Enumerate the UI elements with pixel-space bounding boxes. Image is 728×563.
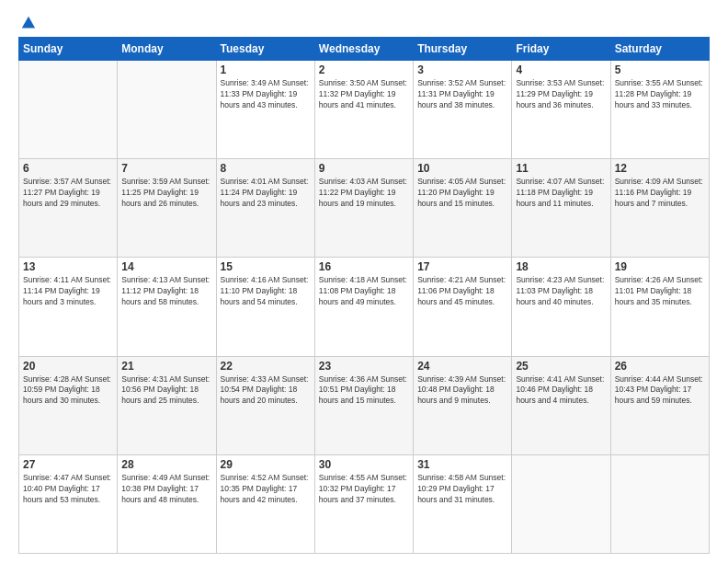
calendar-cell: 31Sunrise: 4:58 AM Sunset: 10:29 PM Dayl… [414, 454, 512, 553]
day-number: 2 [319, 63, 409, 76]
day-info: Sunrise: 4:01 AM Sunset: 11:24 PM Daylig… [221, 177, 311, 210]
day-number: 16 [319, 260, 409, 273]
calendar-cell: 13Sunrise: 4:11 AM Sunset: 11:14 PM Dayl… [19, 258, 118, 356]
day-info: Sunrise: 3:53 AM Sunset: 11:29 PM Daylig… [516, 78, 606, 111]
day-info: Sunrise: 4:33 AM Sunset: 10:54 PM Daylig… [221, 374, 311, 408]
calendar-cell: 23Sunrise: 4:36 AM Sunset: 10:51 PM Dayl… [314, 356, 413, 454]
calendar-cell: 5Sunrise: 3:55 AM Sunset: 11:28 PM Dayli… [610, 61, 709, 159]
calendar-cell: 26Sunrise: 4:44 AM Sunset: 10:43 PM Dayl… [610, 356, 709, 454]
day-number: 30 [319, 458, 409, 471]
svg-marker-0 [22, 17, 35, 29]
day-info: Sunrise: 4:05 AM Sunset: 11:20 PM Daylig… [417, 177, 507, 210]
page: SundayMondayTuesdayWednesdayThursdayFrid… [0, 0, 728, 563]
day-info: Sunrise: 3:50 AM Sunset: 11:32 PM Daylig… [319, 78, 409, 111]
day-info: Sunrise: 4:16 AM Sunset: 11:10 PM Daylig… [221, 275, 311, 308]
calendar-cell: 4Sunrise: 3:53 AM Sunset: 11:29 PM Dayli… [512, 61, 610, 159]
calendar-cell: 1Sunrise: 3:49 AM Sunset: 11:33 PM Dayli… [216, 61, 314, 159]
calendar-week-row: 20Sunrise: 4:28 AM Sunset: 10:59 PM Dayl… [19, 356, 710, 454]
day-number: 11 [516, 162, 606, 175]
calendar-cell [118, 61, 216, 159]
calendar-cell: 18Sunrise: 4:23 AM Sunset: 11:03 PM Dayl… [512, 258, 610, 356]
day-info: Sunrise: 3:59 AM Sunset: 11:25 PM Daylig… [121, 177, 211, 210]
calendar-header-friday: Friday [512, 38, 610, 61]
calendar: SundayMondayTuesdayWednesdayThursdayFrid… [18, 37, 710, 554]
day-number: 23 [319, 360, 409, 373]
calendar-cell: 25Sunrise: 4:41 AM Sunset: 10:46 PM Dayl… [512, 356, 610, 454]
calendar-cell: 20Sunrise: 4:28 AM Sunset: 10:59 PM Dayl… [19, 356, 118, 454]
day-info: Sunrise: 4:28 AM Sunset: 10:59 PM Daylig… [23, 374, 113, 408]
day-info: Sunrise: 4:52 AM Sunset: 10:35 PM Daylig… [221, 473, 311, 506]
day-number: 25 [516, 360, 606, 373]
calendar-cell: 28Sunrise: 4:49 AM Sunset: 10:38 PM Dayl… [118, 454, 216, 553]
day-number: 27 [23, 458, 113, 471]
day-info: Sunrise: 4:18 AM Sunset: 11:08 PM Daylig… [319, 275, 409, 308]
calendar-week-row: 27Sunrise: 4:47 AM Sunset: 10:40 PM Dayl… [19, 454, 710, 553]
day-number: 21 [121, 360, 211, 373]
calendar-cell: 30Sunrise: 4:55 AM Sunset: 10:32 PM Dayl… [314, 454, 413, 553]
day-info: Sunrise: 4:23 AM Sunset: 11:03 PM Daylig… [516, 275, 606, 308]
day-number: 22 [221, 360, 311, 373]
calendar-cell: 14Sunrise: 4:13 AM Sunset: 11:12 PM Dayl… [118, 258, 216, 356]
calendar-header-wednesday: Wednesday [314, 38, 413, 61]
logo-icon [20, 15, 37, 31]
calendar-header-monday: Monday [118, 38, 216, 61]
logo-text [18, 15, 37, 31]
day-info: Sunrise: 4:58 AM Sunset: 10:29 PM Daylig… [417, 473, 507, 506]
day-info: Sunrise: 4:49 AM Sunset: 10:38 PM Daylig… [121, 473, 211, 506]
day-number: 26 [615, 360, 705, 373]
day-number: 17 [417, 260, 507, 273]
calendar-cell: 22Sunrise: 4:33 AM Sunset: 10:54 PM Dayl… [216, 356, 314, 454]
day-number: 5 [615, 63, 705, 76]
day-info: Sunrise: 4:11 AM Sunset: 11:14 PM Daylig… [23, 275, 113, 308]
day-info: Sunrise: 3:52 AM Sunset: 11:31 PM Daylig… [417, 78, 507, 111]
calendar-cell: 15Sunrise: 4:16 AM Sunset: 11:10 PM Dayl… [216, 258, 314, 356]
day-info: Sunrise: 4:03 AM Sunset: 11:22 PM Daylig… [319, 177, 409, 210]
calendar-cell: 8Sunrise: 4:01 AM Sunset: 11:24 PM Dayli… [216, 159, 314, 258]
day-number: 13 [23, 260, 113, 273]
calendar-week-row: 6Sunrise: 3:57 AM Sunset: 11:27 PM Dayli… [19, 159, 710, 258]
calendar-cell: 17Sunrise: 4:21 AM Sunset: 11:06 PM Dayl… [414, 258, 512, 356]
day-number: 8 [221, 162, 311, 175]
day-info: Sunrise: 4:41 AM Sunset: 10:46 PM Daylig… [516, 374, 606, 408]
day-number: 10 [417, 162, 507, 175]
calendar-cell: 24Sunrise: 4:39 AM Sunset: 10:48 PM Dayl… [414, 356, 512, 454]
calendar-body: 1Sunrise: 3:49 AM Sunset: 11:33 PM Dayli… [19, 61, 710, 554]
day-info: Sunrise: 4:26 AM Sunset: 11:01 PM Daylig… [615, 275, 705, 308]
day-number: 19 [615, 260, 705, 273]
calendar-week-row: 1Sunrise: 3:49 AM Sunset: 11:33 PM Dayli… [19, 61, 710, 159]
day-info: Sunrise: 4:07 AM Sunset: 11:18 PM Daylig… [516, 177, 606, 210]
calendar-cell: 21Sunrise: 4:31 AM Sunset: 10:56 PM Dayl… [118, 356, 216, 454]
day-number: 31 [417, 458, 507, 471]
calendar-cell: 11Sunrise: 4:07 AM Sunset: 11:18 PM Dayl… [512, 159, 610, 258]
header [18, 15, 710, 31]
calendar-header-thursday: Thursday [414, 38, 512, 61]
day-number: 3 [417, 63, 507, 76]
day-number: 24 [417, 360, 507, 373]
calendar-cell: 16Sunrise: 4:18 AM Sunset: 11:08 PM Dayl… [314, 258, 413, 356]
day-number: 29 [221, 458, 311, 471]
calendar-cell: 6Sunrise: 3:57 AM Sunset: 11:27 PM Dayli… [19, 159, 118, 258]
day-info: Sunrise: 4:55 AM Sunset: 10:32 PM Daylig… [319, 473, 409, 506]
calendar-cell: 12Sunrise: 4:09 AM Sunset: 11:16 PM Dayl… [610, 159, 709, 258]
calendar-cell [19, 61, 118, 159]
calendar-header-saturday: Saturday [610, 38, 709, 61]
day-number: 18 [516, 260, 606, 273]
calendar-cell: 10Sunrise: 4:05 AM Sunset: 11:20 PM Dayl… [414, 159, 512, 258]
calendar-cell: 3Sunrise: 3:52 AM Sunset: 11:31 PM Dayli… [414, 61, 512, 159]
day-number: 12 [615, 162, 705, 175]
day-info: Sunrise: 4:47 AM Sunset: 10:40 PM Daylig… [23, 473, 113, 506]
calendar-header-sunday: Sunday [19, 38, 118, 61]
calendar-cell: 2Sunrise: 3:50 AM Sunset: 11:32 PM Dayli… [314, 61, 413, 159]
day-number: 15 [221, 260, 311, 273]
calendar-header-row: SundayMondayTuesdayWednesdayThursdayFrid… [19, 38, 710, 61]
calendar-cell: 9Sunrise: 4:03 AM Sunset: 11:22 PM Dayli… [314, 159, 413, 258]
day-number: 14 [121, 260, 211, 273]
day-number: 28 [121, 458, 211, 471]
day-number: 4 [516, 63, 606, 76]
day-info: Sunrise: 3:49 AM Sunset: 11:33 PM Daylig… [221, 78, 311, 111]
day-info: Sunrise: 4:09 AM Sunset: 11:16 PM Daylig… [615, 177, 705, 210]
calendar-cell: 7Sunrise: 3:59 AM Sunset: 11:25 PM Dayli… [118, 159, 216, 258]
day-number: 9 [319, 162, 409, 175]
day-number: 6 [23, 162, 113, 175]
day-info: Sunrise: 4:21 AM Sunset: 11:06 PM Daylig… [417, 275, 507, 308]
